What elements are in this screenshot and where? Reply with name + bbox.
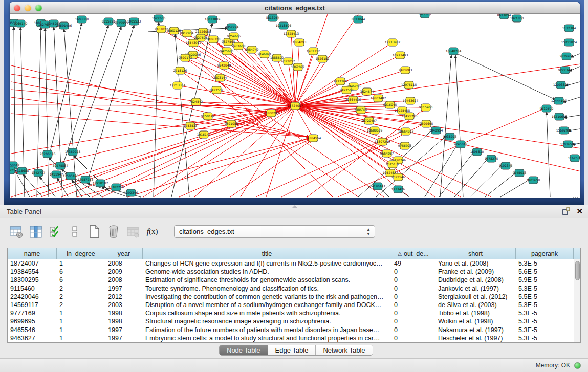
delete-column-icon[interactable] — [106, 225, 120, 238]
table-cell[interactable]: 0 — [391, 293, 435, 301]
function-builder-icon[interactable]: f(x) — [145, 225, 159, 238]
table-cell[interactable]: 2003 — [105, 301, 143, 309]
vertical-scrollbar[interactable] — [574, 259, 580, 342]
close-panel-icon[interactable]: ✕ — [576, 207, 583, 215]
window-title-bar[interactable]: citations_edges.txt — [10, 2, 580, 14]
table-cell[interactable]: 5.3E-5 — [516, 285, 574, 293]
table-cell[interactable]: 1998 — [105, 317, 143, 325]
table-cell[interactable]: 0 — [391, 309, 435, 317]
table-cell[interactable]: 14569117 — [8, 301, 57, 309]
tab-network-table[interactable]: Network Table — [316, 345, 372, 355]
table-cell[interactable]: de Silva et al. (2003) — [435, 301, 516, 309]
row-options-icon[interactable] — [68, 225, 81, 238]
table-row[interactable]: 1938455462009Genome-wide association stu… — [8, 268, 580, 276]
table-cell[interactable]: 5.5E-5 — [516, 293, 574, 301]
table-cell[interactable]: Changes of HCN gene expression and I(f) … — [143, 259, 391, 268]
table-cell[interactable]: Tibbo et al. (1998) — [435, 309, 516, 317]
table-cell[interactable]: 9115460 — [8, 285, 57, 293]
network-window[interactable]: citations_edges.txt 71638228860128891295… — [10, 2, 580, 198]
column-header-short[interactable]: short — [435, 248, 516, 259]
table-cell[interactable]: Structural magnetic resonance image aver… — [143, 317, 391, 325]
table-cell[interactable]: 2 — [57, 293, 105, 301]
table-cell[interactable]: 0 — [391, 326, 435, 334]
table-cell[interactable]: 6 — [57, 268, 105, 276]
column-header-year[interactable]: year — [105, 248, 143, 259]
network-graph[interactable]: 7163822886012889129542222605898275051654… — [10, 14, 580, 198]
table-cell[interactable]: Disruption of a novel member of a sodium… — [143, 301, 391, 309]
table-cell[interactable]: 2 — [57, 285, 105, 293]
table-cell[interactable]: 1 — [57, 259, 105, 268]
table-row[interactable]: 977716911998Corpus callosum shape and si… — [8, 309, 580, 317]
table-cell[interactable]: 1 — [57, 317, 105, 325]
column-header-pagerank[interactable]: pagerank — [516, 248, 574, 259]
table-cell[interactable]: 5.3E-5 — [516, 326, 574, 334]
table-cell[interactable]: 1 — [57, 326, 105, 334]
table-cell[interactable]: 1 — [57, 309, 105, 317]
delete-table-icon[interactable] — [126, 225, 140, 238]
table-row[interactable]: 2242004622012Investigating the contribut… — [8, 293, 580, 301]
column-header-name[interactable]: name — [8, 248, 57, 259]
table-cell[interactable]: 1998 — [105, 309, 143, 317]
table-settings-icon[interactable] — [9, 225, 23, 238]
table-selector-dropdown[interactable]: citations_edges.txt ▲▼ — [174, 225, 375, 238]
table-cell[interactable]: 1 — [57, 334, 105, 342]
table-cell[interactable]: 5.3E-5 — [516, 309, 574, 317]
table-cell[interactable]: 2008 — [105, 259, 143, 268]
tab-edge-table[interactable]: Edge Table — [268, 345, 316, 355]
table-cell[interactable]: 5.3E-5 — [516, 301, 574, 309]
tab-node-table[interactable]: Node Table — [220, 345, 268, 355]
table-cell[interactable]: 0 — [391, 276, 435, 284]
table-cell[interactable]: Franke et al. (2009) — [435, 268, 516, 276]
table-cell[interactable]: 18724007 — [8, 259, 57, 268]
table-cell[interactable]: Wolkin et al. (1998) — [435, 317, 516, 325]
table-cell[interactable]: Investigating the contribution of common… — [143, 293, 391, 301]
table-cell[interactable]: Yano et al. (2008) — [435, 259, 516, 268]
table-cell[interactable]: 5.3E-5 — [516, 334, 574, 342]
table-cell[interactable]: 5.3E-5 — [516, 317, 574, 325]
table-cell[interactable]: 0 — [391, 334, 435, 342]
table-cell[interactable]: 0 — [391, 301, 435, 309]
table-cell[interactable]: 9465546 — [8, 326, 57, 334]
table-row[interactable]: 969969511998Structural magnetic resonanc… — [8, 317, 580, 325]
table-cell[interactable]: 0 — [391, 268, 435, 276]
table-row[interactable]: 1830029562008Estimation of significance … — [8, 276, 580, 284]
table-cell[interactable]: 0 — [391, 285, 435, 293]
new-table-icon[interactable] — [87, 225, 101, 238]
scrollbar-thumb[interactable] — [575, 261, 580, 280]
memory-status-icon[interactable] — [574, 362, 581, 369]
table-cell[interactable]: Estimation of significance thresholds fo… — [143, 276, 391, 284]
table-cell[interactable]: 2012 — [105, 293, 143, 301]
table-cell[interactable]: Hescheler et al. (1997) — [435, 334, 516, 342]
show-columns-icon[interactable] — [48, 225, 62, 238]
table-cell[interactable]: Corpus callosum shape and size in male p… — [143, 309, 391, 317]
table-cell[interactable]: 49 — [391, 259, 435, 268]
table-cell[interactable]: 5.9E-5 — [516, 276, 574, 284]
table-cell[interactable]: 18300295 — [8, 276, 57, 284]
table-cell[interactable]: 0 — [391, 317, 435, 325]
network-canvas[interactable]: 7163822886012889129542222605898275051654… — [10, 14, 580, 198]
table-cell[interactable]: 1997 — [105, 334, 143, 342]
table-cell[interactable]: 22420046 — [8, 293, 57, 301]
table-row[interactable]: 946554611997Estimation of the future num… — [8, 326, 580, 334]
table-cell[interactable]: 1997 — [105, 285, 143, 293]
column-header-in_degree[interactable]: in_degree — [57, 248, 105, 259]
table-cell[interactable]: 9463627 — [8, 334, 57, 342]
column-header-title[interactable]: title — [143, 248, 391, 259]
table-cell[interactable]: 1997 — [105, 326, 143, 334]
select-column-icon[interactable] — [29, 225, 42, 238]
table-cell[interactable]: 19384554 — [8, 268, 57, 276]
table-cell[interactable]: Nakamura et al. (1997) — [435, 326, 516, 334]
table-cell[interactable]: 2 — [57, 301, 105, 309]
table-panel-header[interactable]: Table Panel ✕ — [0, 205, 588, 218]
table-row[interactable]: 911546021997Tourette syndrome. Phenomeno… — [8, 285, 580, 293]
column-header-out_de[interactable]: △out_de... — [391, 248, 435, 259]
table-cell[interactable]: 2008 — [105, 276, 143, 284]
table-cell[interactable]: 9777169 — [8, 309, 57, 317]
table-cell[interactable]: 2009 — [105, 268, 143, 276]
table-cell[interactable]: 6 — [57, 276, 105, 284]
float-panel-icon[interactable] — [562, 207, 570, 215]
table-cell[interactable]: Dudbridge et al. (2008) — [435, 276, 516, 284]
table-cell[interactable]: 5.6E-5 — [516, 268, 574, 276]
table-row[interactable]: 1456911722003Disruption of a novel membe… — [8, 301, 580, 309]
window-resize-grip-icon[interactable] — [575, 193, 580, 198]
